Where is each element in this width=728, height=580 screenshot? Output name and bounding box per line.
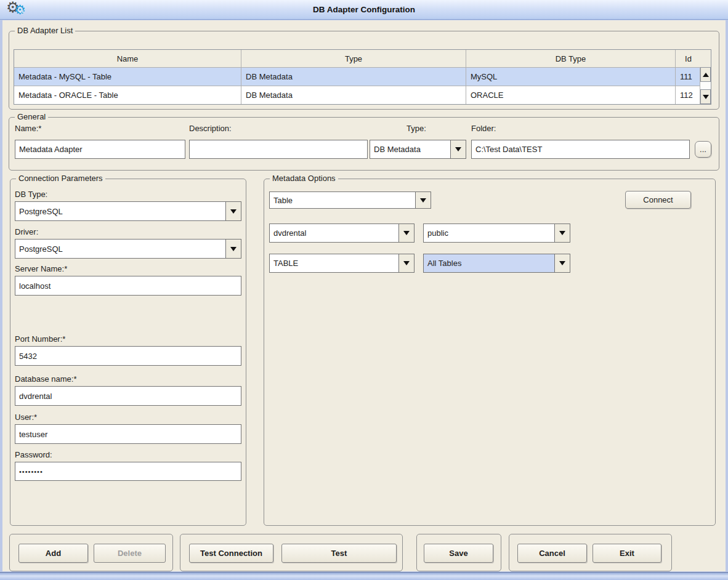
type-label: Type: — [406, 124, 426, 133]
adapter-table: Name Type DB Type Id Metadata - MySQL - … — [14, 49, 711, 105]
combobox-arrow[interactable] — [398, 254, 414, 272]
save-button[interactable]: Save — [424, 544, 493, 563]
combobox-arrow[interactable] — [225, 202, 241, 220]
column-header-id: Id — [675, 50, 701, 67]
scroll-down-button[interactable] — [700, 89, 711, 104]
cell-db-type: ORACLE — [466, 86, 675, 104]
arrow-down-icon — [403, 261, 410, 265]
column-header-type: Type — [241, 50, 466, 67]
window-title: DB Adapter Configuration — [0, 0, 728, 20]
cell-type: DB Metadata — [241, 86, 466, 104]
table-row[interactable]: Metadata - ORACLE - Table DB Metadata OR… — [14, 86, 711, 104]
name-label: Name:* — [15, 124, 41, 133]
db-type-label: DB Type: — [15, 190, 47, 199]
folder-field[interactable] — [471, 140, 690, 159]
window-bottom-border — [0, 572, 728, 580]
driver-label: Driver: — [15, 227, 38, 236]
db-type-combobox[interactable]: PostgreSQL — [15, 201, 241, 221]
database-name-label: Database name:* — [15, 374, 76, 384]
schema-combobox[interactable]: public — [423, 224, 570, 243]
user-field[interactable] — [15, 424, 241, 444]
connection-parameters-legend: Connection Parameters — [16, 174, 105, 183]
tables-combobox[interactable]: All Tables — [423, 254, 570, 273]
table-type-combobox[interactable]: TABLE — [269, 254, 415, 273]
arrow-down-icon — [455, 147, 461, 151]
server-name-field[interactable] — [15, 276, 241, 296]
adapter-table-header: Name Type DB Type Id — [14, 50, 711, 67]
arrow-up-icon — [703, 73, 709, 77]
column-header-name: Name — [14, 50, 241, 67]
arrow-down-icon — [230, 209, 237, 214]
type-combobox[interactable]: DB Metadata — [370, 140, 466, 159]
column-header-db-type: DB Type — [466, 50, 675, 67]
name-field[interactable] — [15, 140, 185, 159]
cell-name: Metadata - MySQL - Table — [14, 68, 241, 86]
password-field[interactable] — [15, 462, 241, 481]
cancel-button[interactable]: Cancel — [517, 544, 587, 563]
cell-name: Metadata - ORACLE - Table — [14, 86, 241, 104]
object-type-combobox[interactable]: Table — [269, 191, 431, 209]
metadata-database-value: dvdrental — [270, 224, 398, 242]
arrow-down-icon — [230, 247, 237, 251]
scroll-up-button[interactable] — [700, 67, 711, 82]
combobox-arrow[interactable] — [415, 192, 431, 208]
table-row[interactable]: Metadata - MySQL - Table DB Metadata MyS… — [14, 67, 711, 86]
metadata-options-legend: Metadata Options — [270, 174, 338, 183]
user-label: User:* — [15, 413, 37, 422]
general-legend: General — [15, 112, 48, 121]
test-button[interactable]: Test — [281, 544, 397, 563]
combobox-arrow[interactable] — [554, 254, 570, 272]
password-label: Password: — [15, 450, 52, 459]
driver-combobox[interactable]: PostgreSQL — [15, 239, 241, 259]
type-value: DB Metadata — [370, 140, 450, 158]
cell-type: DB Metadata — [241, 68, 466, 86]
delete-button: Delete — [94, 544, 166, 563]
port-number-label: Port Number:* — [15, 334, 65, 344]
connect-button[interactable]: Connect — [625, 191, 691, 209]
combobox-arrow[interactable] — [450, 140, 466, 158]
arrow-down-icon — [703, 95, 709, 99]
schema-value: public — [424, 224, 554, 242]
db-type-value: PostgreSQL — [15, 202, 225, 220]
table-type-value: TABLE — [270, 254, 398, 272]
object-type-value: Table — [270, 192, 415, 208]
title-bar: er DB Adapter Configuration — [0, 0, 728, 20]
description-label: Description: — [189, 124, 232, 133]
arrow-down-icon — [559, 261, 565, 265]
arrow-down-icon — [403, 231, 410, 235]
exit-button[interactable]: Exit — [593, 544, 661, 563]
port-number-field[interactable] — [15, 346, 241, 366]
cell-id: 112 — [675, 86, 701, 104]
db-adapter-list-legend: DB Adapter List — [15, 26, 75, 35]
database-name-field[interactable] — [15, 386, 241, 406]
combobox-arrow[interactable] — [554, 224, 570, 242]
folder-label: Folder: — [471, 124, 496, 133]
arrow-down-icon — [420, 198, 426, 203]
vertical-scrollbar[interactable] — [700, 67, 711, 104]
cell-db-type: MySQL — [466, 68, 675, 86]
arrow-down-icon — [559, 231, 565, 235]
browse-folder-button[interactable]: ... — [695, 141, 711, 158]
server-name-label: Server Name:* — [15, 264, 67, 273]
test-connection-button[interactable]: Test Connection — [189, 544, 273, 563]
combobox-arrow[interactable] — [398, 224, 414, 242]
combobox-arrow[interactable] — [225, 240, 241, 258]
driver-value: PostgreSQL — [15, 240, 225, 258]
add-button[interactable]: Add — [18, 544, 88, 563]
description-field[interactable] — [189, 140, 368, 159]
metadata-database-combobox[interactable]: dvdrental — [269, 224, 415, 243]
tables-value: All Tables — [424, 254, 554, 272]
dialog-window: er DB Adapter Configuration DB Adapter L… — [0, 0, 728, 580]
cell-id: 111 — [675, 68, 701, 86]
logo-text: er — [19, 9, 24, 14]
